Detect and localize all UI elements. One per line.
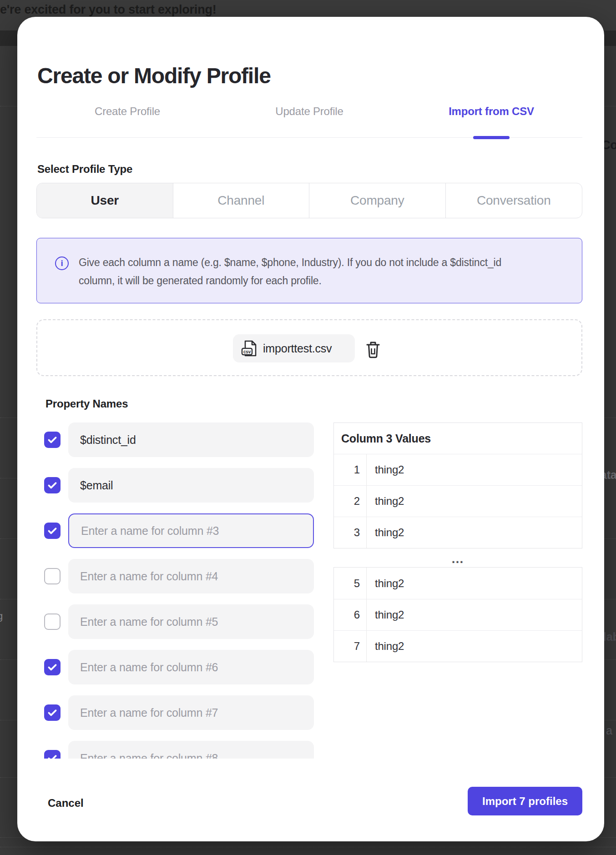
property-checkbox-5[interactable] — [44, 614, 61, 630]
create-or-modify-profile-modal: Create or Modify Profile Create Profile … — [17, 17, 604, 841]
profile-type-segmented-control: User Channel Company Conversation — [36, 183, 582, 218]
property-checkbox-1[interactable] — [44, 432, 61, 448]
value-row: 3 thing2 — [334, 517, 582, 548]
svg-text:csv: csv — [243, 349, 251, 354]
background-text-fragment: a — [606, 724, 612, 737]
value-row-index: 5 — [334, 568, 367, 599]
table-ellipsis: … — [333, 551, 582, 567]
value-row-value: thing2 — [367, 568, 404, 599]
import-columns-scroll-area[interactable]: Column 3 Values 1 thing2 2 thing2 3 thin… — [36, 412, 582, 759]
property-row-8 — [36, 741, 337, 759]
property-checkbox-6[interactable] — [44, 659, 61, 675]
value-row: 7 thing2 — [334, 630, 582, 662]
tab-update-profile[interactable]: Update Profile — [218, 101, 400, 137]
value-row: 2 thing2 — [334, 485, 582, 517]
property-checkbox-2[interactable] — [44, 477, 61, 493]
property-name-input-1[interactable] — [68, 422, 314, 457]
property-row-3 — [36, 513, 337, 548]
property-row-5 — [36, 604, 337, 639]
value-row: 6 thing2 — [334, 599, 582, 630]
property-checkbox-4[interactable] — [44, 568, 61, 584]
profile-type-option-conversation[interactable]: Conversation — [446, 183, 582, 218]
value-row-index: 7 — [334, 631, 367, 662]
trash-icon — [365, 341, 383, 360]
modal-tab-bar: Create Profile Update Profile Import fro… — [36, 101, 582, 138]
value-row-index: 2 — [334, 486, 367, 517]
profile-type-option-company[interactable]: Company — [309, 183, 446, 218]
property-name-input-6[interactable] — [68, 650, 314, 684]
tab-label: Import from CSV — [449, 105, 534, 117]
csv-upload-dropzone[interactable]: csv importtest.csv — [36, 319, 582, 376]
property-names-heading: Property Names — [45, 397, 128, 410]
property-row-2 — [36, 468, 337, 503]
uploaded-file-name: importtest.csv — [263, 342, 332, 355]
value-row-value: thing2 — [367, 454, 404, 485]
property-name-input-8[interactable] — [68, 741, 314, 759]
import-profiles-button[interactable]: Import 7 profiles — [468, 787, 582, 815]
info-banner-text: Give each column a name (e.g. $name, $ph… — [79, 253, 509, 290]
value-row: 5 thing2 — [334, 568, 582, 599]
profile-type-label: Select Profile Type — [37, 163, 132, 176]
background-text-fragment: g — [0, 610, 3, 622]
active-tab-underline — [473, 136, 510, 139]
property-row-7 — [36, 695, 337, 730]
profile-type-option-user[interactable]: User — [37, 183, 173, 218]
value-row-index: 6 — [334, 599, 367, 630]
column-values-table-bottom: 5 thing2 6 thing2 7 thing2 — [333, 567, 582, 662]
property-row-1 — [36, 422, 337, 457]
column-values-header: Column 3 Values — [334, 423, 582, 454]
property-row-4 — [36, 559, 337, 593]
tab-create-profile[interactable]: Create Profile — [36, 101, 218, 137]
property-checkbox-8[interactable] — [44, 750, 61, 759]
info-icon: i — [55, 256, 69, 270]
value-row: 1 thing2 — [334, 454, 582, 485]
uploaded-file-chip: csv importtest.csv — [233, 334, 355, 362]
value-row-value: thing2 — [367, 631, 404, 662]
column-values-table-top: Column 3 Values 1 thing2 2 thing2 3 thin… — [333, 422, 582, 548]
property-name-input-5[interactable] — [68, 604, 314, 639]
csv-file-icon: csv — [241, 340, 258, 357]
background-text-fragment: lab — [603, 630, 616, 644]
property-checkbox-3[interactable] — [44, 523, 61, 539]
value-row-value: thing2 — [367, 517, 404, 548]
value-row-value: thing2 — [367, 486, 404, 517]
profile-type-option-channel[interactable]: Channel — [173, 183, 310, 218]
property-row-6 — [36, 650, 337, 684]
value-row-index: 1 — [334, 454, 367, 485]
tab-import-from-csv[interactable]: Import from CSV — [400, 101, 582, 137]
property-name-input-4[interactable] — [68, 559, 314, 593]
value-row-index: 3 — [334, 517, 367, 548]
property-name-input-7[interactable] — [68, 695, 314, 730]
bg-divider-line — [0, 847, 616, 847]
cancel-button[interactable]: Cancel — [48, 795, 84, 811]
property-name-input-3[interactable] — [68, 513, 314, 548]
background-banner-text: e're excited for you to start exploring! — [0, 3, 217, 17]
value-row-value: thing2 — [367, 599, 404, 630]
delete-file-button[interactable] — [365, 340, 383, 360]
property-name-input-2[interactable] — [68, 468, 314, 503]
info-banner: i Give each column a name (e.g. $name, $… — [36, 238, 582, 303]
property-checkbox-7[interactable] — [44, 704, 61, 721]
modal-title: Create or Modify Profile — [37, 63, 271, 88]
